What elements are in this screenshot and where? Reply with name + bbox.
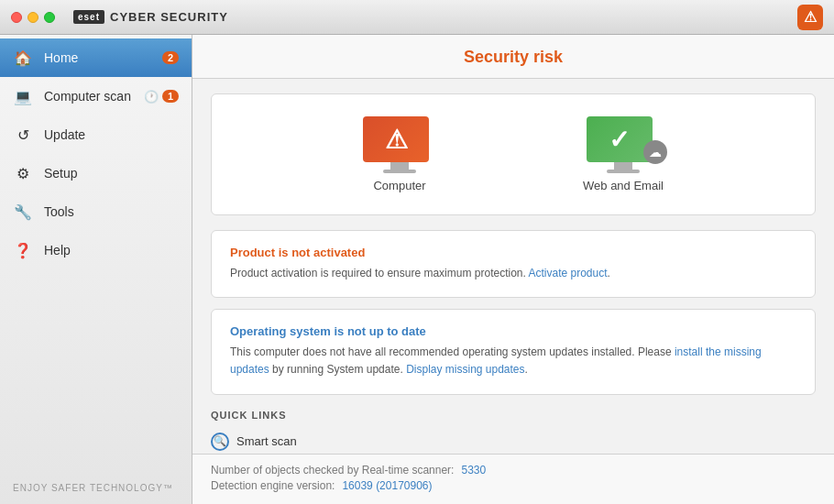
monitor-stand (614, 162, 632, 170)
computer-icon-wrap: ⚠ (363, 116, 436, 171)
activate-product-link[interactable]: Activate product (529, 267, 608, 279)
alert-os-body: This computer does not have all recommen… (230, 344, 796, 378)
sidebar-item-label: Setup (44, 166, 179, 181)
security-panel: ⚠ Computer ✓ (211, 93, 816, 215)
quick-links-section: QUICK LINKS 🔍 Smart scan ↺ Update (211, 406, 816, 454)
update-icon: ↺ (13, 125, 33, 145)
alert-os-update: Operating system is not up to date This … (211, 309, 816, 394)
stat-row-engine: Detection engine version: 16039 (2017090… (211, 479, 816, 492)
alert-os-text-after: . (525, 363, 528, 376)
stat-objects-label: Number of objects checked by Real-time s… (211, 464, 454, 477)
stats-footer: Number of objects checked by Real-time s… (192, 454, 834, 504)
alert-os-text-middle: by running System update. (269, 363, 406, 376)
main-layout: 🏠 Home 2 💻 Computer scan 🕐 1 ↺ Update ⚙ … (0, 35, 834, 504)
eset-logo-text: eset (73, 10, 104, 24)
minimize-button[interactable] (27, 12, 38, 23)
security-item-web-email: ✓ ☁ Web and Email (583, 116, 664, 192)
help-icon: ❓ (13, 240, 33, 260)
sidebar-item-computer-scan[interactable]: 💻 Computer scan 🕐 1 (0, 77, 192, 115)
maximize-button[interactable] (44, 12, 55, 23)
content-body: ⚠ Computer ✓ (192, 79, 834, 454)
web-email-badge: ☁ (643, 140, 667, 164)
home-icon: 🏠 (13, 48, 33, 68)
computer-scan-icon: 💻 (13, 86, 33, 106)
monitor-stand (390, 162, 409, 170)
sidebar-item-setup[interactable]: ⚙ Setup (0, 154, 192, 192)
monitor-screen-ok: ✓ (587, 116, 653, 162)
alert-activation-body: Product activation is required to ensure… (230, 265, 796, 282)
sidebar-item-update[interactable]: ↺ Update (0, 115, 192, 154)
alert-activation: Product is not activated Product activat… (211, 230, 816, 298)
computer-monitor: ⚠ (363, 116, 436, 171)
security-item-computer: ⚠ Computer (363, 116, 436, 192)
alert-activation-text-before: Product activation is required to ensure… (230, 267, 529, 279)
traffic-lights (11, 12, 55, 23)
sidebar-item-tools[interactable]: 🔧 Tools (0, 192, 192, 231)
monitor-screen-danger: ⚠ (363, 116, 429, 162)
home-badge: 2 (162, 51, 179, 64)
smart-scan-label: Smart scan (236, 434, 297, 448)
titlebar: eset CYBER SECURITY ⚠ (0, 0, 834, 35)
smart-scan-icon: 🔍 (211, 433, 229, 451)
clock-icon: 🕐 (144, 90, 159, 104)
sidebar: 🏠 Home 2 💻 Computer scan 🕐 1 ↺ Update ⚙ … (0, 35, 192, 504)
stat-row-objects: Number of objects checked by Real-time s… (211, 464, 816, 477)
sidebar-item-label: Help (44, 243, 179, 257)
content-header: Security risk (192, 35, 834, 79)
page-title: Security risk (211, 48, 816, 67)
content-area: Security risk ⚠ Computer (192, 35, 834, 504)
computer-label: Computer (373, 179, 425, 192)
quick-link-smart-scan[interactable]: 🔍 Smart scan (211, 430, 816, 454)
sidebar-item-label: Computer scan (44, 89, 133, 104)
alert-os-text-before: This computer does not have all recommen… (230, 345, 675, 358)
monitor-base (383, 170, 416, 173)
setup-icon: ⚙ (13, 163, 33, 183)
display-missing-updates-link[interactable]: Display missing updates (406, 363, 524, 376)
danger-symbol: ⚠ (385, 125, 408, 155)
stat-engine-value[interactable]: 16039 (20170906) (342, 479, 432, 492)
alert-os-title: Operating system is not up to date (230, 324, 796, 338)
stat-engine-label: Detection engine version: (211, 479, 335, 492)
sidebar-item-home[interactable]: 🏠 Home 2 (0, 38, 192, 77)
close-button[interactable] (11, 12, 22, 23)
sidebar-footer: Enjoy Safer Technology™ (0, 472, 192, 504)
app-title: CYBER SECURITY (110, 10, 228, 24)
stat-objects-value: 5330 (461, 464, 486, 477)
web-email-icon-wrap: ✓ ☁ (587, 116, 660, 171)
warning-icon: ⚠ (804, 8, 817, 26)
monitor-base (607, 170, 640, 173)
alert-activation-text-after: . (608, 267, 610, 279)
sidebar-nav: 🏠 Home 2 💻 Computer scan 🕐 1 ↺ Update ⚙ … (0, 35, 192, 472)
warning-badge[interactable]: ⚠ (797, 5, 823, 30)
sidebar-item-help[interactable]: ❓ Help (0, 231, 192, 269)
scan-badge: 1 (162, 90, 179, 103)
quick-links-title: QUICK LINKS (211, 410, 816, 421)
sidebar-item-label: Home (44, 50, 151, 65)
alert-activation-title: Product is not activated (230, 246, 796, 259)
sidebar-item-label: Tools (44, 204, 179, 219)
sidebar-item-label: Update (44, 127, 179, 142)
tools-icon: 🔧 (13, 202, 33, 222)
app-logo: eset CYBER SECURITY (73, 10, 228, 24)
web-email-label: Web and Email (583, 179, 664, 192)
clock-badge-group: 🕐 1 (144, 90, 179, 104)
ok-symbol: ✓ (609, 125, 630, 155)
